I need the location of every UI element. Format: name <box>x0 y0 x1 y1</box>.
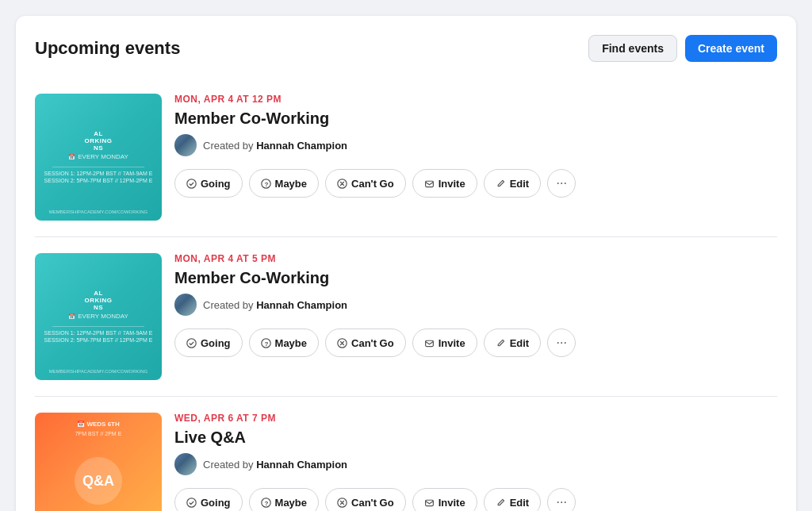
creator-name: Hannah Champion <box>256 459 347 471</box>
event-creator: Created by Hannah Champion <box>174 453 777 475</box>
cant-go-button[interactable]: Can't Go <box>325 488 406 511</box>
event-date: MON, APR 4 AT 12 PM <box>174 94 777 105</box>
invite-button[interactable]: Invite <box>412 488 477 511</box>
svg-point-0 <box>187 179 196 187</box>
event-actions: Going?MaybeCan't GoInviteEdit··· <box>174 328 777 357</box>
going-button[interactable]: Going <box>174 169 243 198</box>
event-actions: Going?MaybeCan't GoInviteEdit··· <box>174 169 777 198</box>
event-actions: Going?MaybeCan't GoInviteEdit··· <box>174 488 777 511</box>
edit-button[interactable]: Edit <box>484 169 542 198</box>
maybe-label: Maybe <box>275 497 307 509</box>
creator-text: Created by Hannah Champion <box>203 459 347 471</box>
main-container: Upcoming events Find events Create event… <box>16 16 796 511</box>
going-label: Going <box>201 178 231 190</box>
going-button[interactable]: Going <box>174 328 243 357</box>
cant-go-label: Can't Go <box>351 497 394 509</box>
maybe-button[interactable]: ?Maybe <box>249 488 319 511</box>
event-content: MON, APR 4 AT 5 PM Member Co-Working Cre… <box>174 253 777 357</box>
invite-button[interactable]: Invite <box>412 169 477 198</box>
more-options-button[interactable]: ··· <box>547 328 576 357</box>
event-title: Member Co-Working <box>174 110 777 128</box>
svg-text:?: ? <box>264 180 268 187</box>
going-button[interactable]: Going <box>174 488 243 511</box>
avatar <box>174 453 197 475</box>
edit-button[interactable]: Edit <box>484 328 542 357</box>
event-thumbnail: 📅 WEDS 6TH 7PM BST // 2PM E Q&A MEMBERSH… <box>35 413 162 511</box>
more-options-button[interactable]: ··· <box>547 169 576 198</box>
event-date: MON, APR 4 AT 5 PM <box>174 253 777 264</box>
going-label: Going <box>201 337 231 349</box>
svg-rect-4 <box>425 181 433 186</box>
avatar <box>174 134 197 156</box>
avatar <box>174 294 197 316</box>
maybe-label: Maybe <box>275 178 307 190</box>
edit-label: Edit <box>510 337 530 349</box>
cant-go-button[interactable]: Can't Go <box>325 328 406 357</box>
going-label: Going <box>201 497 231 509</box>
page-title: Upcoming events <box>35 38 180 59</box>
maybe-button[interactable]: ?Maybe <box>249 328 319 357</box>
creator-name: Hannah Champion <box>256 299 347 311</box>
event-title: Member Co-Working <box>174 269 777 287</box>
event-thumbnail: ALORKINGNS 📅 EVERY MONDAY SESSION 1: 12P… <box>35 253 162 380</box>
cant-go-button[interactable]: Can't Go <box>325 169 406 198</box>
invite-label: Invite <box>439 178 465 190</box>
maybe-button[interactable]: ?Maybe <box>249 169 319 198</box>
svg-point-10 <box>187 498 196 506</box>
event-item: ALORKINGNS 📅 EVERY MONDAY SESSION 1: 12P… <box>35 236 777 396</box>
event-content: WED, APR 6 AT 7 PM Live Q&A Created by H… <box>174 413 777 511</box>
svg-text:?: ? <box>264 499 268 506</box>
svg-point-5 <box>187 338 196 347</box>
event-title: Live Q&A <box>174 428 777 447</box>
invite-label: Invite <box>439 497 465 509</box>
event-date: WED, APR 6 AT 7 PM <box>174 413 777 424</box>
event-thumbnail: ALORKINGNS 📅 EVERY MONDAY SESSION 1: 12P… <box>35 94 162 221</box>
svg-text:?: ? <box>264 340 268 347</box>
edit-label: Edit <box>510 497 530 509</box>
event-content: MON, APR 4 AT 12 PM Member Co-Working Cr… <box>174 94 777 198</box>
invite-button[interactable]: Invite <box>412 328 477 357</box>
cant-go-label: Can't Go <box>351 178 394 190</box>
event-creator: Created by Hannah Champion <box>174 294 777 316</box>
event-item: ALORKINGNS 📅 EVERY MONDAY SESSION 1: 12P… <box>35 78 777 236</box>
create-event-button[interactable]: Create event <box>685 35 777 62</box>
creator-name: Hannah Champion <box>256 140 347 152</box>
event-list: ALORKINGNS 📅 EVERY MONDAY SESSION 1: 12P… <box>35 78 777 511</box>
cant-go-label: Can't Go <box>351 337 394 349</box>
header-actions: Find events Create event <box>588 35 777 62</box>
more-options-button[interactable]: ··· <box>547 488 576 511</box>
invite-label: Invite <box>439 337 465 349</box>
event-item: 📅 WEDS 6TH 7PM BST // 2PM E Q&A MEMBERSH… <box>35 396 777 511</box>
find-events-button[interactable]: Find events <box>588 35 677 62</box>
svg-rect-14 <box>425 500 433 505</box>
creator-text: Created by Hannah Champion <box>203 140 347 152</box>
maybe-label: Maybe <box>275 337 307 349</box>
edit-label: Edit <box>510 178 530 190</box>
creator-text: Created by Hannah Champion <box>203 299 347 311</box>
svg-rect-9 <box>425 340 433 346</box>
edit-button[interactable]: Edit <box>484 488 542 511</box>
event-creator: Created by Hannah Champion <box>174 134 777 156</box>
page-header: Upcoming events Find events Create event <box>35 35 777 62</box>
